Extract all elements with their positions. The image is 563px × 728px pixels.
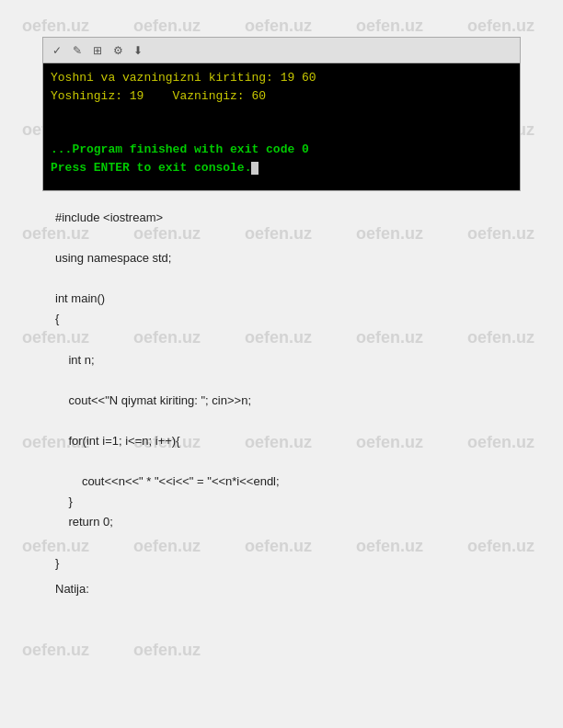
code-line-cout-loop: cout<<n<<" * "<<i<<" = "<<n*i<<endl; [55,472,508,492]
code-line-for: for(int i=1; i<=n; i++){ [55,431,508,451]
result-label: Natija: [55,579,508,599]
code-line-blank2 [55,268,508,289]
code-line-namespace: using namespace std; [55,248,508,268]
toolbar-download-icon[interactable]: ⬇ [130,42,146,59]
code-line-blank6 [55,451,508,472]
code-line-blank1 [55,228,508,248]
code-line-blank4 [55,370,508,391]
terminal-line-5: ...Program finished with exit code 0 [51,141,512,159]
code-line-main: int main() [55,289,508,309]
code-line-blank5 [55,411,508,431]
toolbar-settings-icon[interactable]: ⚙ [109,42,126,59]
terminal-cursor [251,162,259,175]
code-line-for-close: } [55,492,508,512]
terminal-line-4 [51,123,512,142]
code-line-return: return 0; [55,512,508,532]
main-content: ✓ ✎ ⊞ ⚙ ⬇ Yoshni va vazningizni kiriting… [0,0,563,728]
terminal-line-2: Yoshingiz: 19 Vazningiz: 60 [51,87,512,106]
terminal-line-6: Press ENTER to exit console. [51,159,512,177]
terminal-body: Yoshni va vazningizni kiriting: 19 60 Yo… [42,63,521,191]
code-line-brace-open: { [55,309,508,329]
code-section: #include <iostream> using namespace std;… [55,208,508,599]
toolbar-grid-icon[interactable]: ⊞ [89,42,106,59]
toolbar-check-icon[interactable]: ✓ [49,42,65,59]
code-line-brace-close: } [55,553,508,574]
code-line-blank7 [55,533,508,553]
terminal-line-3 [51,105,512,123]
toolbar-edit-icon[interactable]: ✎ [69,42,86,59]
terminal-line-1: Yoshni va vazningizni kiriting: 19 60 [51,69,512,87]
code-line-int-n: int n; [55,350,508,370]
code-line-cout-cin: cout<<"N qiymat kiriting: "; cin>>n; [55,391,508,411]
terminal-window: ✓ ✎ ⊞ ⚙ ⬇ Yoshni va vazningizni kiriting… [42,37,521,191]
code-line-blank3 [55,330,508,350]
terminal-titlebar: ✓ ✎ ⊞ ⚙ ⬇ [42,37,521,63]
code-line-include: #include <iostream> [55,208,508,228]
